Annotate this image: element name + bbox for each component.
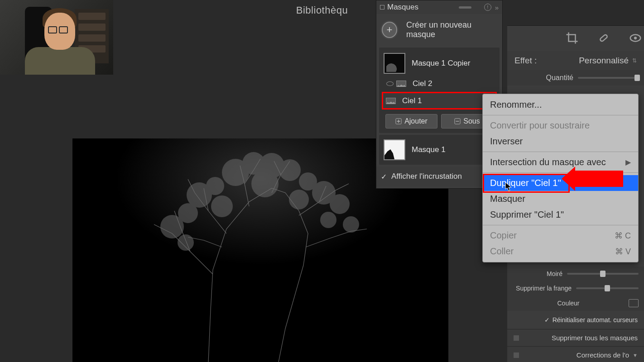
- ctx-paste: Coller⌘ V: [483, 243, 638, 259]
- add-mask-button[interactable]: +: [382, 22, 397, 38]
- svg-point-22: [634, 37, 637, 39]
- svg-point-13: [178, 234, 194, 251]
- effect-label: Effet :: [514, 56, 537, 66]
- color-swatch-icon[interactable]: [629, 299, 639, 307]
- chevron-right-icon: ▶: [625, 158, 631, 167]
- footer-corrections[interactable]: Corrections de l'o ▼: [507, 346, 644, 362]
- ctx-rename[interactable]: Renommer...: [483, 97, 638, 113]
- crop-icon[interactable]: [565, 31, 579, 45]
- svg-point-4: [206, 177, 224, 195]
- quantity-slider[interactable]: Quantité: [507, 70, 644, 86]
- mask-component-label: Ciel 1: [402, 96, 422, 105]
- highlight-box: [483, 174, 570, 193]
- chevron-updown-icon[interactable]: ⇅: [632, 57, 637, 64]
- annotation-arrow: [573, 171, 623, 187]
- reset-checkbox[interactable]: ✓ Réinitialiser automat. curseurs: [507, 311, 644, 329]
- mask-component-label: Ciel 2: [413, 79, 432, 88]
- mask-component-ciel2[interactable]: Ciel 2: [382, 76, 497, 91]
- sky-mask-icon: [396, 81, 406, 87]
- svg-point-16: [289, 190, 309, 210]
- heal-icon[interactable]: [597, 31, 610, 45]
- checkmark-icon: ✓: [544, 316, 550, 324]
- masks-panel-header[interactable]: Masques ! »: [376, 0, 502, 14]
- effect-row[interactable]: Effet : Personnalisé ⇅: [507, 51, 644, 70]
- svg-point-14: [211, 195, 233, 217]
- checkmark-icon: ✓: [381, 172, 387, 181]
- mask-item[interactable]: Masque 1: [382, 137, 497, 163]
- square-icon: [514, 335, 519, 341]
- moire-slider[interactable]: Moiré: [507, 267, 644, 281]
- mask-item[interactable]: Masque 1 Copier: [382, 50, 497, 76]
- sky-mask-icon: [386, 98, 396, 104]
- new-mask-label: Créer un nouveau masque: [406, 20, 497, 39]
- tool-strip: [507, 26, 644, 51]
- mask-thumbnail: [384, 139, 405, 160]
- mask-name: Masque 1: [412, 145, 446, 154]
- visibility-icon[interactable]: [386, 81, 394, 86]
- mask-thumbnail: [384, 53, 405, 74]
- mask-component-ciel1[interactable]: Ciel 1 •••: [382, 92, 497, 110]
- masks-title: Masques: [387, 3, 418, 12]
- ctx-copy: Copier⌘ C: [483, 228, 638, 243]
- svg-point-11: [330, 194, 350, 214]
- ctx-delete[interactable]: Supprimer "Ciel 1": [483, 207, 638, 223]
- add-icon: [395, 118, 402, 124]
- ctx-intersect[interactable]: Intersection du masque avec▶: [483, 154, 638, 170]
- mask-group-1: Masque 1 Copier Ciel 2 Ciel 1 ••• Ajoute…: [379, 48, 500, 133]
- drag-handle-icon[interactable]: [459, 6, 471, 9]
- chevron-down-icon: ▼: [633, 352, 638, 358]
- footer-remove-all[interactable]: Supprimer tous les masques: [507, 329, 644, 346]
- new-mask-row[interactable]: + Créer un nouveau masque: [376, 14, 502, 46]
- subtract-icon: [454, 118, 461, 124]
- svg-point-17: [320, 212, 336, 228]
- ctx-convert: Convertir pour soustraire: [483, 118, 638, 133]
- ctx-invert[interactable]: Inverser: [483, 133, 638, 149]
- cursor-icon: [505, 182, 512, 194]
- color-row[interactable]: Couleur: [507, 295, 644, 311]
- svg-point-12: [343, 216, 359, 233]
- svg-rect-20: [600, 34, 608, 42]
- help-icon[interactable]: !: [484, 4, 491, 11]
- mask-group-2: Masque 1: [379, 135, 500, 165]
- overlay-label: Afficher l'incrustation: [391, 172, 462, 181]
- svg-point-15: [251, 170, 279, 197]
- add-button[interactable]: Ajouter: [385, 114, 437, 129]
- mask-name: Masque 1 Copier: [412, 59, 470, 68]
- webcam-overlay: [0, 0, 113, 75]
- effect-value: Personnalisé: [579, 56, 629, 66]
- svg-point-8: [279, 159, 301, 181]
- square-icon: [514, 352, 519, 358]
- panel-icon: [380, 5, 384, 10]
- eye-icon[interactable]: [629, 31, 642, 45]
- fringe-slider[interactable]: Supprimer la frange: [507, 281, 644, 295]
- collapse-icon[interactable]: »: [495, 4, 499, 11]
